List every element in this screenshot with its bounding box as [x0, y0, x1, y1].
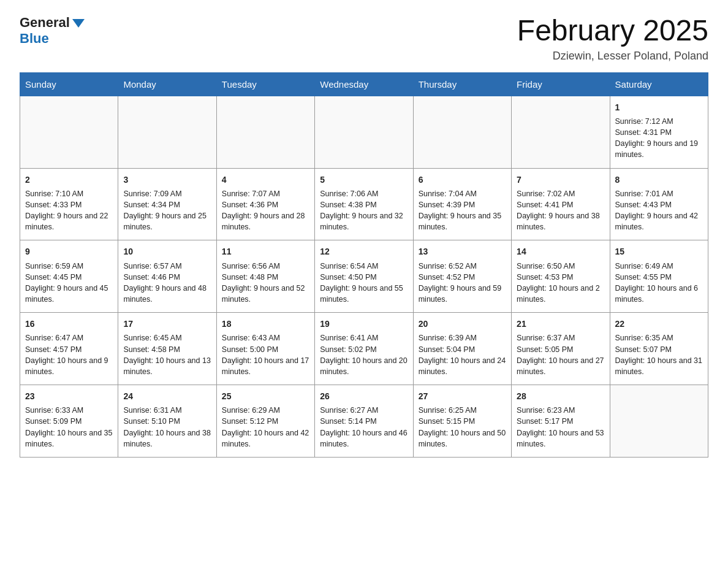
calendar-cell: 21Sunrise: 6:37 AM Sunset: 5:05 PM Dayli… [512, 313, 610, 385]
weekday-header-saturday: Saturday [610, 72, 708, 96]
week-row-2: 2Sunrise: 7:10 AM Sunset: 4:33 PM Daylig… [20, 168, 708, 240]
week-row-4: 16Sunrise: 6:47 AM Sunset: 4:57 PM Dayli… [20, 313, 708, 385]
day-number: 13 [419, 245, 506, 258]
calendar-cell [20, 96, 118, 168]
calendar-cell: 8Sunrise: 7:01 AM Sunset: 4:43 PM Daylig… [610, 168, 708, 240]
calendar-cell: 15Sunrise: 6:49 AM Sunset: 4:55 PM Dayli… [610, 240, 708, 313]
day-info: Sunrise: 7:01 AM Sunset: 4:43 PM Dayligh… [615, 188, 703, 233]
day-number: 3 [123, 174, 211, 186]
day-info: Sunrise: 6:27 AM Sunset: 5:14 PM Dayligh… [320, 405, 408, 450]
weekday-header-monday: Monday [118, 72, 216, 96]
day-info: Sunrise: 6:57 AM Sunset: 4:46 PM Dayligh… [123, 261, 211, 305]
day-info: Sunrise: 7:02 AM Sunset: 4:41 PM Dayligh… [517, 188, 604, 233]
calendar-table: SundayMondayTuesdayWednesdayThursdayFrid… [20, 72, 708, 458]
calendar-cell: 23Sunrise: 6:33 AM Sunset: 5:09 PM Dayli… [20, 385, 118, 457]
day-info: Sunrise: 6:33 AM Sunset: 5:09 PM Dayligh… [25, 405, 113, 450]
day-info: Sunrise: 7:06 AM Sunset: 4:38 PM Dayligh… [320, 188, 408, 233]
calendar-cell: 6Sunrise: 7:04 AM Sunset: 4:39 PM Daylig… [413, 168, 511, 240]
calendar-cell [413, 96, 511, 168]
calendar-cell: 25Sunrise: 6:29 AM Sunset: 5:12 PM Dayli… [216, 385, 314, 457]
calendar-cell: 4Sunrise: 7:07 AM Sunset: 4:36 PM Daylig… [216, 168, 314, 240]
day-number: 5 [320, 174, 408, 186]
calendar-cell: 14Sunrise: 6:50 AM Sunset: 4:53 PM Dayli… [512, 240, 610, 313]
day-number: 10 [123, 245, 211, 258]
calendar-body: 1Sunrise: 7:12 AM Sunset: 4:31 PM Daylig… [20, 96, 708, 457]
day-number: 6 [419, 174, 506, 186]
calendar-cell: 18Sunrise: 6:43 AM Sunset: 5:00 PM Dayli… [216, 313, 314, 385]
calendar-cell: 10Sunrise: 6:57 AM Sunset: 4:46 PM Dayli… [118, 240, 216, 313]
page-title: February 2025 [517, 15, 708, 47]
day-info: Sunrise: 6:39 AM Sunset: 5:04 PM Dayligh… [419, 332, 506, 377]
calendar-cell [315, 96, 413, 168]
calendar-cell: 27Sunrise: 6:25 AM Sunset: 5:15 PM Dayli… [413, 385, 511, 457]
weekday-header-row: SundayMondayTuesdayWednesdayThursdayFrid… [20, 72, 708, 96]
day-info: Sunrise: 6:31 AM Sunset: 5:10 PM Dayligh… [123, 405, 211, 450]
day-number: 11 [222, 245, 309, 258]
day-number: 19 [320, 318, 408, 330]
title-block: February 2025 Dziewin, Lesser Poland, Po… [517, 15, 708, 63]
day-number: 8 [615, 174, 703, 186]
calendar-cell [118, 96, 216, 168]
day-number: 14 [517, 245, 604, 258]
day-info: Sunrise: 7:04 AM Sunset: 4:39 PM Dayligh… [419, 188, 506, 233]
calendar-header: SundayMondayTuesdayWednesdayThursdayFrid… [20, 72, 708, 96]
day-info: Sunrise: 6:41 AM Sunset: 5:02 PM Dayligh… [320, 332, 408, 377]
logo: General Blue [20, 15, 85, 47]
calendar-cell: 16Sunrise: 6:47 AM Sunset: 4:57 PM Dayli… [20, 313, 118, 385]
day-info: Sunrise: 6:25 AM Sunset: 5:15 PM Dayligh… [419, 405, 506, 450]
day-number: 15 [615, 245, 703, 258]
calendar-cell: 11Sunrise: 6:56 AM Sunset: 4:48 PM Dayli… [216, 240, 314, 313]
calendar-cell: 19Sunrise: 6:41 AM Sunset: 5:02 PM Dayli… [315, 313, 413, 385]
weekday-header-wednesday: Wednesday [315, 72, 413, 96]
day-number: 17 [123, 318, 211, 330]
weekday-header-sunday: Sunday [20, 72, 118, 96]
calendar-cell: 12Sunrise: 6:54 AM Sunset: 4:50 PM Dayli… [315, 240, 413, 313]
logo-top: General [20, 15, 85, 31]
day-info: Sunrise: 6:43 AM Sunset: 5:00 PM Dayligh… [222, 332, 309, 377]
day-number: 12 [320, 245, 408, 258]
day-number: 4 [222, 174, 309, 186]
calendar-cell: 5Sunrise: 7:06 AM Sunset: 4:38 PM Daylig… [315, 168, 413, 240]
day-info: Sunrise: 6:54 AM Sunset: 4:50 PM Dayligh… [320, 261, 408, 305]
week-row-3: 9Sunrise: 6:59 AM Sunset: 4:45 PM Daylig… [20, 240, 708, 313]
calendar-cell: 28Sunrise: 6:23 AM Sunset: 5:17 PM Dayli… [512, 385, 610, 457]
calendar-cell: 24Sunrise: 6:31 AM Sunset: 5:10 PM Dayli… [118, 385, 216, 457]
day-number: 22 [615, 318, 703, 330]
weekday-header-thursday: Thursday [413, 72, 511, 96]
day-info: Sunrise: 6:37 AM Sunset: 5:05 PM Dayligh… [517, 332, 604, 377]
day-info: Sunrise: 7:07 AM Sunset: 4:36 PM Dayligh… [222, 188, 309, 233]
day-info: Sunrise: 6:47 AM Sunset: 4:57 PM Dayligh… [25, 332, 113, 377]
page-header: General Blue February 2025 Dziewin, Less… [20, 15, 708, 63]
day-info: Sunrise: 7:09 AM Sunset: 4:34 PM Dayligh… [123, 188, 211, 233]
calendar-cell: 3Sunrise: 7:09 AM Sunset: 4:34 PM Daylig… [118, 168, 216, 240]
day-info: Sunrise: 6:49 AM Sunset: 4:55 PM Dayligh… [615, 261, 703, 305]
day-info: Sunrise: 6:35 AM Sunset: 5:07 PM Dayligh… [615, 332, 703, 377]
calendar-cell: 13Sunrise: 6:52 AM Sunset: 4:52 PM Dayli… [413, 240, 511, 313]
day-number: 27 [419, 390, 506, 402]
calendar-cell: 7Sunrise: 7:02 AM Sunset: 4:41 PM Daylig… [512, 168, 610, 240]
day-info: Sunrise: 6:56 AM Sunset: 4:48 PM Dayligh… [222, 261, 309, 305]
day-info: Sunrise: 6:50 AM Sunset: 4:53 PM Dayligh… [517, 261, 604, 305]
day-number: 7 [517, 174, 604, 186]
day-info: Sunrise: 7:10 AM Sunset: 4:33 PM Dayligh… [25, 188, 113, 233]
day-number: 18 [222, 318, 309, 330]
day-info: Sunrise: 6:23 AM Sunset: 5:17 PM Dayligh… [517, 405, 604, 450]
day-number: 16 [25, 318, 113, 330]
day-number: 28 [517, 390, 604, 402]
calendar-cell: 26Sunrise: 6:27 AM Sunset: 5:14 PM Dayli… [315, 385, 413, 457]
day-number: 26 [320, 390, 408, 402]
calendar-cell: 1Sunrise: 7:12 AM Sunset: 4:31 PM Daylig… [610, 96, 708, 168]
day-number: 20 [419, 318, 506, 330]
week-row-1: 1Sunrise: 7:12 AM Sunset: 4:31 PM Daylig… [20, 96, 708, 168]
logo-blue-text: Blue [20, 31, 49, 47]
logo-arrow-icon [72, 19, 85, 28]
calendar-cell [610, 385, 708, 457]
logo-general-text: General [20, 15, 70, 31]
day-info: Sunrise: 6:52 AM Sunset: 4:52 PM Dayligh… [419, 261, 506, 305]
calendar-cell: 20Sunrise: 6:39 AM Sunset: 5:04 PM Dayli… [413, 313, 511, 385]
calendar-cell: 9Sunrise: 6:59 AM Sunset: 4:45 PM Daylig… [20, 240, 118, 313]
day-number: 21 [517, 318, 604, 330]
day-number: 24 [123, 390, 211, 402]
day-number: 9 [25, 245, 113, 258]
day-info: Sunrise: 6:45 AM Sunset: 4:58 PM Dayligh… [123, 332, 211, 377]
